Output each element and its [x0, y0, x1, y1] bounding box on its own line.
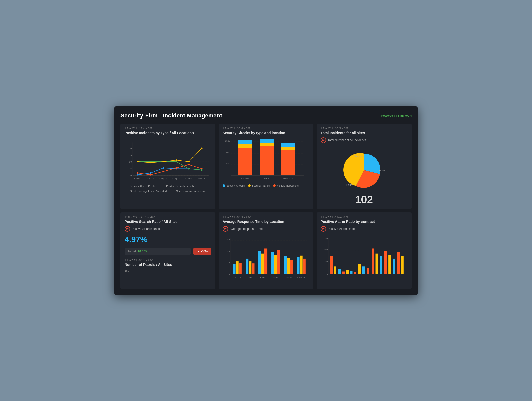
search-ratio-date: 15 Nov 2021 - 21 Nov 2021 — [125, 216, 211, 219]
search-ratio-title: Positive Search Ratio / All Sites — [125, 220, 211, 224]
svg-text:1 Oct 21: 1 Oct 21 — [185, 177, 193, 180]
svg-text:1 Oct 21: 1 Oct 21 — [284, 276, 292, 278]
svg-rect-78 — [246, 258, 248, 274]
svg-text:Paris: Paris — [264, 177, 269, 180]
positive-incidents-date: 1 Jun 2021 - 17 Nov 2021 — [125, 127, 211, 130]
svg-rect-76 — [236, 261, 239, 274]
svg-rect-112 — [346, 270, 349, 274]
patrols-title: Number of Patrols / All Sites — [125, 263, 211, 267]
svg-text:5: 5 — [130, 167, 132, 170]
legend-site-incursions: Successful site incursions — [171, 190, 205, 193]
alarm-ratio-icon: ◎ — [321, 226, 326, 232]
svg-point-33 — [175, 161, 177, 162]
security-checks-chart: 0 500 1000 1500 London — [223, 137, 309, 183]
svg-text:1 Jul 21: 1 Jul 21 — [147, 177, 154, 180]
svg-point-39 — [175, 159, 177, 161]
dashboard: Security Firm - Incident Management Powe… — [114, 106, 418, 295]
svg-rect-85 — [274, 255, 277, 274]
svg-text:1 Aug 21: 1 Aug 21 — [259, 276, 267, 278]
svg-rect-116 — [362, 266, 365, 274]
svg-text:London: London — [378, 169, 386, 172]
svg-point-19 — [150, 172, 151, 174]
total-incidents-title: Total Incidents for all sites — [321, 131, 407, 135]
svg-rect-61 — [281, 143, 295, 147]
svg-text:1 Nov 21: 1 Nov 21 — [297, 276, 305, 278]
search-ratio-target-row: Target 10.00% ▼ -50% — [125, 248, 211, 255]
svg-point-24 — [137, 172, 139, 174]
response-time-title: Average Response Time by Location — [223, 220, 309, 224]
svg-rect-120 — [380, 256, 382, 274]
svg-text:1 Sep 21: 1 Sep 21 — [172, 177, 180, 180]
svg-text:1 Aug 21: 1 Aug 21 — [159, 177, 167, 180]
response-time-icon: ◎ — [223, 226, 228, 232]
svg-rect-90 — [297, 257, 299, 274]
svg-rect-117 — [367, 268, 369, 274]
response-chart: 0 20 40 60 — [223, 235, 309, 285]
svg-rect-59 — [281, 150, 295, 175]
svg-point-18 — [137, 174, 139, 175]
pie-chart-container: New York London Paris — [321, 146, 407, 192]
svg-point-35 — [201, 169, 203, 171]
svg-text:40: 40 — [227, 250, 230, 252]
total-incidents-card: 1 Jun 2021 - 30 Nov 2021 Total Incidents… — [317, 124, 412, 209]
svg-text:1 Jul 21: 1 Jul 21 — [246, 276, 254, 278]
svg-rect-125 — [401, 256, 404, 274]
svg-rect-79 — [249, 261, 251, 274]
svg-point-37 — [150, 162, 151, 163]
total-number: 102 — [321, 194, 407, 206]
arrow-down-icon: ▼ — [197, 250, 200, 253]
main-grid: 1 Jun 2021 - 17 Nov 2021 Positive Incide… — [120, 124, 412, 289]
total-incidents-kpi-label: ◎ Total Number of All incidents — [321, 137, 366, 143]
svg-rect-52 — [238, 144, 252, 148]
powered-by: Powered by SimpleKPI — [381, 114, 412, 117]
svg-text:0: 0 — [229, 174, 230, 177]
svg-rect-86 — [277, 250, 280, 274]
search-ratio-card: 15 Nov 2021 - 21 Nov 2021 Positive Searc… — [120, 212, 215, 289]
search-ratio-badge: ▼ -50% — [193, 248, 211, 255]
response-time-card: 1 Jun 2021 - 30 Nov 2021 Average Respons… — [219, 212, 313, 289]
svg-rect-111 — [342, 271, 345, 274]
svg-point-40 — [188, 161, 190, 162]
security-checks-card: 1 Jun 2021 - 30 Nov 2021 Security Checks… — [219, 124, 313, 209]
svg-point-26 — [163, 171, 164, 172]
search-ratio-target-value: 10.00% — [138, 250, 148, 253]
security-checks-svg: 0 500 1000 1500 London — [223, 137, 309, 183]
svg-rect-119 — [376, 253, 378, 274]
svg-text:New York: New York — [283, 177, 293, 180]
alarm-ratio-card: 1 Jun 2021 - 1 Nov 2021 Positive Alarm R… — [317, 212, 412, 289]
alarm-ratio-kpi-label: ◎ Positive Alarm Ratio — [321, 226, 355, 232]
svg-rect-88 — [287, 258, 290, 274]
pie-chart-svg: New York London Paris — [339, 149, 389, 189]
legend-onsite-damage: Onsite Damage Found / reported — [125, 190, 167, 193]
svg-rect-91 — [300, 255, 303, 274]
line-chart-svg: 0 5 10 15 20 1 Jun 21 1 Jul 21 1 Aug 21 … — [125, 137, 211, 183]
legend-security-alarms: Security Alarms Positive — [125, 185, 157, 188]
svg-rect-53 — [238, 140, 252, 144]
security-checks-date: 1 Jun 2021 - 30 Nov 2021 — [223, 127, 309, 130]
legend-vehicle-inspections: Vehicle Inspections — [273, 184, 299, 187]
svg-text:London: London — [241, 177, 249, 180]
svg-rect-108 — [330, 256, 333, 274]
dashboard-title: Security Firm - Incident Management — [120, 112, 222, 119]
svg-text:1 Jun 21: 1 Jun 21 — [233, 276, 241, 278]
svg-text:150: 150 — [324, 237, 328, 240]
svg-rect-122 — [388, 255, 391, 274]
svg-rect-92 — [303, 258, 306, 274]
svg-point-41 — [201, 147, 203, 149]
search-ratio-value: 4.97% — [125, 235, 211, 244]
response-time-date: 1 Jun 2021 - 30 Nov 2021 — [223, 216, 309, 219]
svg-rect-77 — [239, 263, 242, 274]
svg-point-38 — [163, 161, 164, 162]
svg-rect-80 — [252, 263, 254, 274]
svg-text:20: 20 — [227, 261, 230, 264]
search-ratio-kpi-label: ◎ Positve Search Ratio — [125, 226, 160, 232]
patrols-date: 1 Jun 2021 - 30 Nov 2021 — [125, 259, 211, 262]
svg-rect-84 — [271, 252, 274, 274]
svg-rect-75 — [233, 264, 235, 274]
svg-text:0: 0 — [229, 273, 230, 275]
svg-rect-56 — [260, 143, 274, 146]
patrols-subsection: 1 Jun 2021 - 30 Nov 2021 Number of Patro… — [125, 259, 211, 272]
line-chart: 0 5 10 15 20 1 Jun 21 1 Jul 21 1 Aug 21 … — [125, 137, 211, 183]
alarm-chart-svg: 0 50 100 150 — [321, 235, 407, 285]
svg-text:500: 500 — [226, 162, 230, 165]
